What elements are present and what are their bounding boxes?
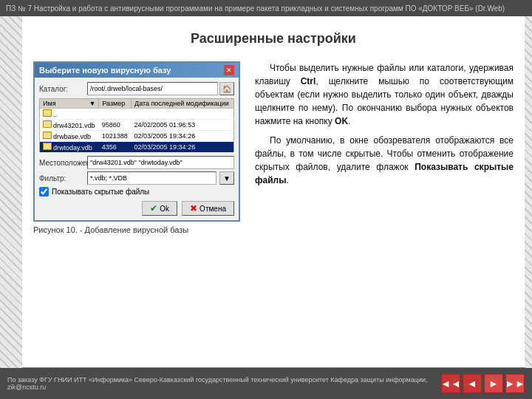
catalog-input[interactable]: /root/.drweb/local-bases/ — [87, 82, 218, 95]
file-icon — [43, 132, 52, 139]
filter-label: Фильтр: — [39, 174, 87, 183]
file-icon — [43, 120, 52, 128]
dialog-close-button[interactable]: ✕ — [224, 65, 234, 75]
dialog-title: Выберите новую вирусную базу — [39, 66, 171, 75]
dialog-body: Каталог: /root/.drweb/local-bases/ 🏠 — [35, 78, 239, 220]
footer-text: По заказу ФГУ ГНИИ ИТТ «Информика» Север… — [7, 376, 441, 391]
dialog-title-bar: Выберите новую вирусную базу ✕ — [35, 63, 239, 78]
table-row-parent[interactable]: .. — [40, 109, 234, 120]
right-column: Чтобы выделить нужные файлы или каталоги… — [255, 61, 514, 193]
stripe-right — [525, 16, 532, 368]
location-input[interactable]: "drw43201.vdb" "drwtoday.vdb" — [87, 156, 234, 169]
file-table: Имя ▼ Размер Дата последней модификации — [39, 98, 234, 153]
filter-input[interactable]: *.vdb; *.VDB — [87, 171, 216, 185]
location-row: Местоположение: "drw43201.vdb" "drwtoday… — [39, 156, 234, 169]
columns-layout: Выберите новую вирусную базу ✕ Каталог: … — [33, 61, 514, 234]
nav-last-button[interactable]: ►► — [505, 374, 525, 393]
col-name[interactable]: Имя ▼ — [40, 99, 99, 109]
left-column: Выберите новую вирусную базу ✕ Каталог: … — [33, 61, 240, 234]
show-hidden-label: Показывать скрытые файлы — [52, 188, 149, 196]
catalog-label: Каталог: — [39, 85, 87, 93]
dialog-box: Выберите новую вирусную базу ✕ Каталог: … — [33, 61, 240, 222]
table-header-row: Имя ▼ Размер Дата последней модификации — [40, 99, 234, 109]
right-para-1: Чтобы выделить нужные файлы или каталоги… — [255, 61, 514, 128]
ok-label: Ok — [160, 205, 169, 213]
right-para-2: По умолчанию, в окне обозревателя отобра… — [255, 134, 514, 187]
filter-dropdown-button[interactable]: ▼ — [219, 171, 234, 185]
cancel-label: Отмена — [200, 205, 226, 213]
header-text: ПЗ № 7 Настройка и работа с антивирусным… — [6, 4, 505, 13]
dialog-buttons: ✔ Ok ✖ Отмена — [39, 201, 234, 216]
figure-caption: Рисунок 10. - Добавление вирусной базы — [33, 225, 240, 234]
catalog-row: Каталог: /root/.drweb/local-bases/ 🏠 — [39, 82, 234, 95]
cancel-button[interactable]: ✖ Отмена — [182, 201, 234, 216]
table-row[interactable]: drwbase.vdb 1021388 02/03/2005 19:34:26 — [40, 131, 234, 142]
table-row[interactable]: drwtoday.vdb 4356 02/03/2005 19:34:26 — [40, 142, 234, 153]
table-row[interactable]: drw43201.vdb 95860 24/02/2005 01:96:53 — [40, 120, 234, 131]
main-content: Расширенные настройки Выберите новую вир… — [22, 16, 525, 368]
col-date[interactable]: Дата последней модификации — [132, 99, 234, 109]
filter-input-group: *.vdb; *.VDB ▼ — [87, 171, 234, 185]
filter-row: Фильтр: *.vdb; *.VDB ▼ — [39, 171, 234, 185]
nav-prev-button[interactable]: ◄ — [463, 374, 482, 393]
catalog-input-group: /root/.drweb/local-bases/ 🏠 — [87, 82, 234, 95]
show-hidden-checkbox[interactable] — [39, 187, 49, 197]
ok-icon: ✔ — [150, 203, 157, 214]
ok-button[interactable]: ✔ Ok — [142, 201, 177, 216]
right-para-1-text: Чтобы выделить нужные файлы или каталоги… — [255, 63, 514, 126]
top-bar: ПЗ № 7 Настройка и работа с антивирусным… — [0, 0, 532, 16]
file-icon — [43, 143, 52, 150]
footer: По заказу ФГУ ГНИИ ИТТ «Информика» Север… — [0, 368, 532, 399]
catalog-folder-button[interactable]: 🏠 — [219, 82, 234, 95]
file-table-body: .. drw43201.vdb 95860 24/02/2005 01:96:5… — [40, 109, 234, 153]
nav-next-button[interactable]: ► — [484, 374, 503, 393]
nav-buttons: ◄◄ ◄ ► ►► — [441, 374, 525, 393]
right-para-2-text: По умолчанию, в окне обозревателя отобра… — [255, 135, 514, 185]
location-label: Местоположение: — [39, 159, 87, 167]
folder-icon — [43, 109, 52, 117]
stripe-left — [0, 16, 22, 368]
nav-first-button[interactable]: ◄◄ — [441, 374, 460, 393]
checkbox-row: Показывать скрытые файлы — [39, 187, 234, 197]
col-size[interactable]: Размер — [99, 99, 132, 109]
page-title: Расширенные настройки — [33, 31, 514, 47]
cancel-icon: ✖ — [190, 203, 197, 214]
